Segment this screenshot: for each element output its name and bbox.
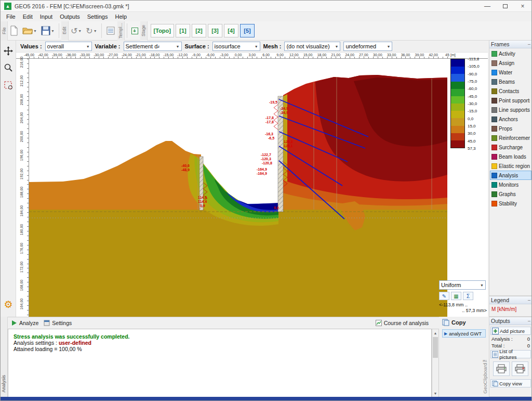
menu-edit[interactable]: Edit <box>19 13 36 20</box>
beams-icon <box>491 79 497 85</box>
redo-dropdown-caret[interactable]: ▼ <box>94 29 97 33</box>
settings-gear-button[interactable]: ⚙ <box>3 298 14 311</box>
stage-button-1[interactable]: [1] <box>176 24 190 37</box>
frames-item-beam-loads[interactable]: Beam loads <box>490 152 531 161</box>
frames-item-contacts[interactable]: Contacts <box>490 86 531 96</box>
scale-range-button[interactable]: Σ <box>463 292 473 300</box>
frames-item-stability[interactable]: Stability <box>490 199 531 208</box>
frames-item-line-supports[interactable]: Line supports <box>490 105 531 114</box>
close-button[interactable]: × <box>514 1 531 12</box>
scroll-thumb[interactable] <box>433 337 438 358</box>
collapse-icon[interactable]: – <box>528 42 530 47</box>
stage-button-4[interactable]: [4] <box>224 24 238 37</box>
scale-mode-dropdown[interactable]: Uniform▼ <box>439 280 486 290</box>
props-icon <box>491 126 497 132</box>
scale-edit-button[interactable]: ✎ <box>439 292 449 300</box>
print-button[interactable] <box>493 361 510 376</box>
surface-dropdown[interactable]: isosurface▼ <box>212 42 260 51</box>
analyze-button[interactable]: Analyze <box>11 320 38 326</box>
add-stage-button[interactable]: + <box>130 23 140 38</box>
print-settings-button[interactable] <box>512 361 528 376</box>
undo-button[interactable]: ↺▼ <box>69 23 83 38</box>
undo-dropdown-caret[interactable]: ▼ <box>78 29 82 33</box>
list-of-pictures-button[interactable]: List of pictures <box>490 350 531 358</box>
ruler-top-label: -27,00 <box>108 53 118 57</box>
frames-item-water[interactable]: Water <box>490 68 531 77</box>
zoom-region-button[interactable] <box>3 79 14 92</box>
analyzed-gwt-button[interactable]: ▶analyzed GWT <box>442 329 486 338</box>
frames-item-activity[interactable]: Activity <box>490 49 531 58</box>
frames-item-analysis[interactable]: Analysis <box>490 171 531 180</box>
frames-item-beams[interactable]: Beams <box>490 77 531 86</box>
stage-button-3[interactable]: [3] <box>208 24 222 37</box>
scroll-down-icon[interactable]: ▼ <box>432 390 438 397</box>
frames-item-elastic-regions[interactable]: Elastic regions <box>490 161 531 171</box>
edit-vertical-tab[interactable]: Edit <box>61 21 69 41</box>
file-vertical-tab[interactable]: File <box>1 21 8 41</box>
zoom-tool-button[interactable] <box>3 61 14 74</box>
printer-gear-icon <box>515 364 525 373</box>
legend-entry: M [kNm/m] <box>489 304 532 314</box>
open-file-button[interactable]: ▼ <box>21 23 38 38</box>
colorbar-value: -60,0 <box>468 86 477 91</box>
magnifier-icon <box>4 63 13 72</box>
frames-item-reinforcements[interactable]: Reinforcements <box>490 133 531 143</box>
add-stage-icon: + <box>131 28 138 34</box>
stage-button-5[interactable]: [5] <box>240 24 255 37</box>
pan-tool-button[interactable] <box>3 45 14 57</box>
frames-item-props[interactable]: Props <box>490 124 531 133</box>
colorbar-band <box>451 96 464 104</box>
menu-help[interactable]: Help <box>111 13 130 20</box>
fem-model-drawing[interactable] <box>16 53 488 317</box>
sigma-icon: Σ <box>467 293 470 299</box>
collapse-icon[interactable]: – <box>528 297 530 303</box>
menu-input[interactable]: Input <box>36 13 56 20</box>
redo-button[interactable]: ↻▼ <box>84 23 98 38</box>
minimize-button[interactable]: — <box>478 1 496 12</box>
save-button[interactable]: ▼ <box>39 23 56 38</box>
frames-item-point-supports[interactable]: Point supports <box>490 96 531 105</box>
frames-item-surcharge[interactable]: Surcharge <box>490 143 531 152</box>
templates-vertical-tab[interactable]: Templ... <box>117 21 125 41</box>
scale-palette-button[interactable]: ▦ <box>451 292 461 300</box>
add-picture-button[interactable]: Add picture <box>490 327 531 335</box>
colorbar-value: -15,0 <box>468 109 477 113</box>
save-dropdown-caret[interactable]: ▼ <box>51 29 55 33</box>
ruler-top-label: 0,00 <box>235 53 242 57</box>
mesh-dropdown[interactable]: (do not visualize)▼ <box>284 42 340 51</box>
monitors-icon <box>491 182 497 188</box>
scroll-up-icon[interactable]: ▲ <box>432 329 438 337</box>
stage-button-2[interactable]: [2] <box>192 24 206 37</box>
menu-outputs[interactable]: Outputs <box>56 13 84 20</box>
frames-item-graphs[interactable]: Graphs <box>490 189 531 199</box>
stage-button-topo[interactable]: [Topo] <box>151 24 174 37</box>
ruler-left-label: 208,00 <box>20 89 23 109</box>
analysis-settings-button[interactable]: Settings <box>44 320 72 326</box>
analysis-canvas[interactable]: -45,00-42,00-39,00-36,00-33,00-30,00-27,… <box>16 53 488 317</box>
frames-item-monitors[interactable]: Monitors <box>490 180 531 189</box>
line-supports-icon <box>491 107 497 113</box>
menu-file[interactable]: File <box>3 13 19 20</box>
maximize-button[interactable] <box>496 1 514 12</box>
frames-item-assign[interactable]: Assign <box>490 58 531 68</box>
values-dropdown[interactable]: overall▼ <box>45 42 92 51</box>
new-file-button[interactable] <box>8 23 20 38</box>
menu-bar: FileEditInputOutputsSettingsHelp <box>1 12 531 21</box>
menu-settings[interactable]: Settings <box>84 13 112 20</box>
copy-view-button[interactable]: Copy view <box>490 379 531 387</box>
frames-item-anchors[interactable]: Anchors <box>490 114 531 124</box>
templates-button[interactable] <box>104 23 117 38</box>
open-dropdown-caret[interactable]: ▼ <box>33 29 37 33</box>
undo-icon: ↺ <box>71 26 77 36</box>
copy-button[interactable]: Copy <box>440 317 488 328</box>
deformation-dropdown[interactable]: undeformed▼ <box>343 42 392 51</box>
course-of-analysis-button[interactable]: Course of analysis <box>376 320 429 326</box>
analysis-vertical-tab[interactable]: Analysis <box>1 317 8 397</box>
scale-panel: Uniform▼ ✎ ▦ Σ <-113,8 mm .. .. 57,3 mm> <box>439 280 487 316</box>
ruler-top-label: 18,00 <box>317 53 327 57</box>
chart-icon <box>376 320 382 326</box>
title-bar[interactable]: ▲ GEO5 2016 - FEM [C:\FEM\screen-03.gmk … <box>1 1 531 12</box>
collapse-icon[interactable]: – <box>528 318 530 324</box>
variable-dropdown[interactable]: Settlement dz▼ <box>124 42 182 51</box>
results-scrollbar[interactable]: ▲ ▼ <box>432 329 439 397</box>
